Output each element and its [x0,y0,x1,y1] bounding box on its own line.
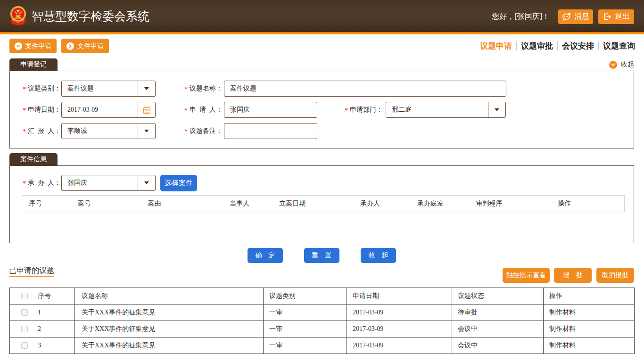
table-cell-status: 待审批 [452,304,544,321]
case-apply-button[interactable]: 案件申请 [9,39,57,53]
nav-topic-query[interactable]: 议题查询 [603,41,635,51]
file-apply-label: 文件申请 [77,42,104,50]
cell-content: 1 [10,309,74,316]
submit-approval-button[interactable]: 报 批 [554,268,592,283]
reporter-select[interactable]: 李顺诚 [61,123,156,139]
field-label: * 申请部门： [333,102,383,118]
topic-type-select[interactable]: 案件议题 [61,81,156,97]
col-undertaker: 承办人 [354,199,411,208]
col-procedure: 审判程序 [470,199,552,208]
collapse-toggle[interactable]: 收起 [609,60,634,69]
applicant-value: 张国庆 [224,106,250,114]
file-apply-button[interactable]: 文件申请 [61,39,109,53]
table-header-cell: 议题名称 [75,288,264,304]
col-seq: 序号 [22,199,71,208]
triangle-down-icon [495,108,499,111]
user-greeting: 您好，[张国庆]！ [492,12,550,22]
logout-button-label: 退出 [615,12,630,22]
reset-button[interactable]: 重 置 [304,248,339,263]
nav-separator [557,41,558,50]
panel-tab-row: 申请登记 收起 [9,58,634,71]
logout-button[interactable]: 退出 [598,9,634,24]
topic-note-input[interactable] [224,123,317,139]
row-checkbox[interactable] [21,326,28,332]
table-cell-status: 会议中 [452,337,544,354]
message-button[interactable]: 消息 [558,9,593,24]
topic-name-input[interactable]: 案件议题 [224,81,506,97]
form-actions: 确 定 重 置 收 起 [9,248,634,263]
triangle-down-icon [144,87,149,90]
field-label: * 议题类别： [10,81,61,97]
table-cell-seq: 3 [10,337,75,354]
col-cause: 案由 [141,199,223,208]
apply-date-value: 2017-03-09 [62,106,98,114]
topic-type-value: 案件议题 [62,84,94,93]
tab-case-info: 案件信息 [9,153,58,165]
row-action[interactable]: 制作材料 [544,321,635,337]
table-row: 3 关于XXX事件的征集意见 一审 2017-03-09 会议中 制作材料 [10,337,635,354]
col-file-date: 立案日期 [272,199,354,208]
col-action: 操作 [551,199,624,208]
field-label: * 汇 报 人： [10,123,61,139]
toolbar: 案件申请 文件申请 议题申请 议题审批 会议安排 议题查询 [9,39,634,53]
required-mark: * [184,86,188,93]
cell-content: 3 [10,342,74,349]
dropdown-arrow[interactable] [138,123,155,139]
row-checkbox[interactable] [21,342,28,349]
nav-meeting-arrange[interactable]: 会议安排 [562,41,594,51]
undertaker-select[interactable]: 张国庆 [61,175,156,191]
select-all-checkbox[interactable] [21,293,28,299]
field-label: * 申 请 人： [173,102,223,118]
nav-topic-apply[interactable]: 议题申请 [480,41,512,51]
apply-dept-select[interactable]: 邢二庭 [386,102,506,118]
dropdown-arrow[interactable] [138,81,155,96]
apply-dept-value: 邢二庭 [386,106,412,114]
nav-topic-approve[interactable]: 议题审批 [521,41,553,51]
row-action[interactable]: 制作材料 [544,337,635,354]
required-mark: * [184,128,188,136]
dropdown-arrow[interactable] [138,175,155,190]
cell-content: 2 [10,325,74,333]
page-content: 案件申请 文件申请 议题申请 议题审批 会议安排 议题查询 申请登记 收起 [0,39,644,354]
case-apply-label: 案件申请 [25,42,52,50]
label-text: 汇 报 人： [28,127,61,135]
seq-header-label: 序号 [38,292,51,300]
cancel-approval-button[interactable]: 取消报批 [596,268,634,283]
tab-apply-register: 申请登记 [9,58,58,71]
label-text: 申请日期： [28,106,61,114]
select-case-button[interactable]: 选择案件 [160,175,197,191]
confirm-button[interactable]: 确 定 [248,248,283,263]
table-cell-type: 一审 [264,337,347,354]
table-header-cell: 议题状态 [452,288,544,304]
apply-date-input[interactable]: 2017-03-09 [61,102,156,118]
cell-content: 序号 [10,292,74,300]
table-cell-seq: 2 [10,321,75,337]
chevron-right-circle-icon [66,42,74,50]
label-text: 申请部门： [350,106,383,114]
undertaker-value: 张国庆 [62,179,87,187]
table-cell-seq: 1 [10,304,75,321]
applied-topics-heading: 已申请的议题 [9,266,54,277]
table-cell-date: 2017-03-09 [347,304,452,321]
form-row: * 议题类别： 案件议题 * 议题名称： 案件议题 [10,81,634,97]
label-text: 承 办 人： [28,179,61,187]
touch-review-button[interactable]: 触控批示查看 [503,268,550,283]
applicant-input[interactable]: 张国庆 [224,102,317,118]
required-mark: * [23,107,26,115]
field-label: * 议题备注： [173,123,223,139]
table-cell-name: 关于XXX事件的征集意见 [75,304,264,321]
dropdown-arrow[interactable] [488,102,505,117]
collapse-button[interactable]: 收 起 [361,248,396,263]
top-nav: 议题申请 议题审批 会议安排 议题查询 [480,41,635,51]
row-action[interactable]: 制作材料 [544,304,635,321]
label-text: 议题类别： [28,84,61,93]
calendar-icon[interactable] [138,102,155,117]
header-accent-stripe [0,32,644,34]
table-header-row: 序号 议题名称 议题类别 申请日期 议题状态 操作 [10,288,635,304]
table-row: 1 关于XXX事件的征集意见 一审 2017-03-09 待审批 制作材料 [10,304,635,321]
row-checkbox[interactable] [21,309,28,316]
collapse-chevron-icon [609,61,617,69]
label-text: 议题备注： [190,127,223,135]
table-cell-name: 关于XXX事件的征集意见 [75,321,264,337]
table-row: 2 关于XXX事件的征集意见 一审 2017-03-09 会议中 制作材料 [10,321,635,337]
